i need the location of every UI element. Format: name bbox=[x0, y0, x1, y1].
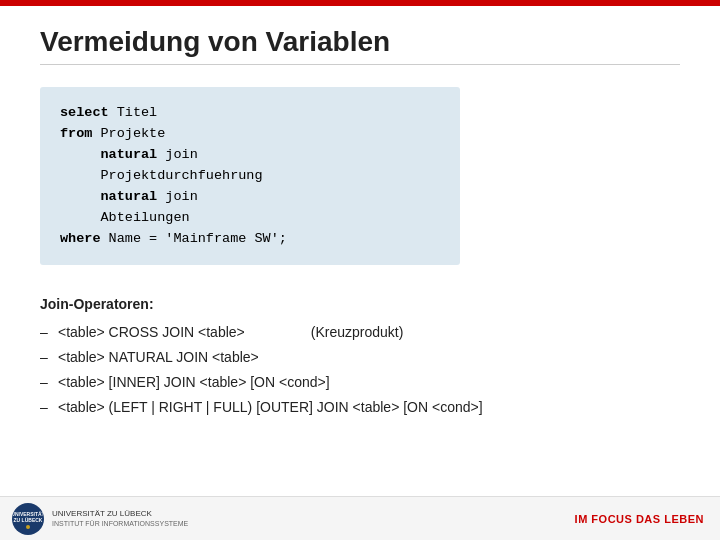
code-block: select Titel from Projekte natural join … bbox=[40, 87, 460, 265]
join-item-4: <table> (LEFT | RIGHT | FULL) [OUTER] JO… bbox=[58, 396, 483, 420]
title-divider bbox=[40, 64, 680, 65]
keyword-where: where bbox=[60, 231, 101, 246]
code-line-1: select Titel bbox=[60, 103, 440, 124]
university-dept: INSTITUT FÜR INFORMATIONSSYSTEME bbox=[52, 519, 188, 528]
keyword-natural-2: natural bbox=[101, 189, 158, 204]
kreuzprodukt-note: (Kreuzprodukt) bbox=[311, 321, 404, 345]
logo-svg: UNIVERSITÄT ZU LÜBECK bbox=[13, 504, 43, 534]
join-item-3: <table> [INNER] JOIN <table> [ON <cond>] bbox=[58, 371, 330, 395]
list-item: – <table> [INNER] JOIN <table> [ON <cond… bbox=[40, 371, 680, 395]
bullet-4: – bbox=[40, 396, 52, 420]
keyword-select: select bbox=[60, 105, 109, 120]
code-line-7: where Name = 'Mainframe SW'; bbox=[60, 229, 440, 250]
code-line-3: natural join bbox=[60, 145, 440, 166]
main-content: Vermeidung von Variablen select Titel fr… bbox=[0, 6, 720, 440]
join-item-1: <table> CROSS JOIN <table> bbox=[58, 321, 245, 345]
join-section: Join-Operatoren: – <table> CROSS JOIN <t… bbox=[40, 293, 680, 419]
svg-text:ZU LÜBECK: ZU LÜBECK bbox=[14, 517, 43, 523]
logo-area: UNIVERSITÄT ZU LÜBECK UNIVERSITÄT ZU LÜB… bbox=[12, 503, 188, 535]
university-logo: UNIVERSITÄT ZU LÜBECK bbox=[12, 503, 44, 535]
list-item: – <table> CROSS JOIN <table> (Kreuzprodu… bbox=[40, 321, 680, 345]
list-item: – <table> (LEFT | RIGHT | FULL) [OUTER] … bbox=[40, 396, 680, 420]
footer-bar: UNIVERSITÄT ZU LÜBECK UNIVERSITÄT ZU LÜB… bbox=[0, 496, 720, 540]
page-title: Vermeidung von Variablen bbox=[40, 26, 680, 58]
bullet-2: – bbox=[40, 346, 52, 370]
keyword-from: from bbox=[60, 126, 92, 141]
university-name-line1: UNIVERSITÄT ZU LÜBECK bbox=[52, 509, 188, 519]
university-name: UNIVERSITÄT ZU LÜBECK INSTITUT FÜR INFOR… bbox=[52, 509, 188, 528]
code-line-4: Projektdurchfuehrung bbox=[60, 166, 440, 187]
code-line-6: Abteilungen bbox=[60, 208, 440, 229]
keyword-natural-1: natural bbox=[101, 147, 158, 162]
join-item-2: <table> NATURAL JOIN <table> bbox=[58, 346, 259, 370]
svg-point-3 bbox=[26, 525, 30, 529]
footer-slogan: IM FOCUS DAS LEBEN bbox=[575, 513, 704, 525]
join-title: Join-Operatoren: bbox=[40, 293, 680, 317]
list-item: – <table> NATURAL JOIN <table> bbox=[40, 346, 680, 370]
bullet-3: – bbox=[40, 371, 52, 395]
code-line-5: natural join bbox=[60, 187, 440, 208]
code-line-2: from Projekte bbox=[60, 124, 440, 145]
bullet-1: – bbox=[40, 321, 52, 345]
join-list: – <table> CROSS JOIN <table> (Kreuzprodu… bbox=[40, 321, 680, 419]
